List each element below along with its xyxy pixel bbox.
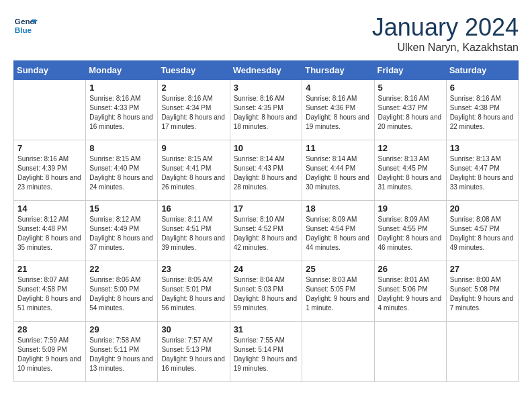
calendar-cell: 30Sunrise: 7:57 AM Sunset: 5:13 PM Dayli… xyxy=(158,322,230,382)
day-info: Sunrise: 8:03 AM Sunset: 5:05 PM Dayligh… xyxy=(306,275,370,313)
day-info: Sunrise: 8:15 AM Sunset: 4:40 PM Dayligh… xyxy=(89,154,154,192)
day-info: Sunrise: 8:00 AM Sunset: 5:08 PM Dayligh… xyxy=(450,275,515,313)
day-number: 13 xyxy=(450,143,515,153)
calendar-table: Sunday Monday Tuesday Wednesday Thursday… xyxy=(13,60,519,382)
logo: General Blue xyxy=(13,13,38,38)
calendar-cell: 24Sunrise: 8:04 AM Sunset: 5:03 PM Dayli… xyxy=(230,261,302,322)
calendar-cell: 31Sunrise: 7:55 AM Sunset: 5:14 PM Dayli… xyxy=(230,322,302,382)
day-info: Sunrise: 7:57 AM Sunset: 5:13 PM Dayligh… xyxy=(161,336,226,373)
logo-icon: General Blue xyxy=(13,13,38,38)
day-info: Sunrise: 7:58 AM Sunset: 5:11 PM Dayligh… xyxy=(89,336,154,373)
calendar-cell: 17Sunrise: 8:10 AM Sunset: 4:52 PM Dayli… xyxy=(230,201,302,261)
day-info: Sunrise: 8:14 AM Sunset: 4:43 PM Dayligh… xyxy=(234,154,299,192)
day-info: Sunrise: 7:55 AM Sunset: 5:14 PM Dayligh… xyxy=(234,336,299,373)
col-wednesday: Wednesday xyxy=(230,61,302,80)
calendar-cell: 2Sunrise: 8:16 AM Sunset: 4:34 PM Daylig… xyxy=(158,80,230,140)
calendar-cell: 26Sunrise: 8:01 AM Sunset: 5:06 PM Dayli… xyxy=(374,261,446,322)
day-info: Sunrise: 8:12 AM Sunset: 4:48 PM Dayligh… xyxy=(17,215,82,253)
day-number: 5 xyxy=(378,83,443,93)
day-number: 20 xyxy=(450,203,515,214)
day-info: Sunrise: 8:01 AM Sunset: 5:06 PM Dayligh… xyxy=(378,275,443,313)
calendar-cell: 22Sunrise: 8:06 AM Sunset: 5:00 PM Dayli… xyxy=(86,261,158,322)
day-number: 6 xyxy=(450,83,515,93)
day-number: 3 xyxy=(234,83,299,93)
day-number: 11 xyxy=(306,143,370,153)
calendar-week-row: 14Sunrise: 8:12 AM Sunset: 4:48 PM Dayli… xyxy=(14,201,519,261)
day-info: Sunrise: 8:15 AM Sunset: 4:41 PM Dayligh… xyxy=(161,154,226,192)
calendar-cell: 27Sunrise: 8:00 AM Sunset: 5:08 PM Dayli… xyxy=(446,261,518,322)
calendar-week-row: 28Sunrise: 7:59 AM Sunset: 5:09 PM Dayli… xyxy=(14,322,519,382)
calendar-cell: 7Sunrise: 8:16 AM Sunset: 4:39 PM Daylig… xyxy=(14,140,86,201)
day-number: 28 xyxy=(17,324,82,334)
day-number: 31 xyxy=(234,324,299,334)
day-info: Sunrise: 8:06 AM Sunset: 5:00 PM Dayligh… xyxy=(89,275,154,313)
calendar-cell: 21Sunrise: 8:07 AM Sunset: 4:58 PM Dayli… xyxy=(14,261,86,322)
day-info: Sunrise: 8:10 AM Sunset: 4:52 PM Dayligh… xyxy=(234,215,299,253)
calendar-cell xyxy=(14,80,86,140)
calendar-cell: 16Sunrise: 8:11 AM Sunset: 4:51 PM Dayli… xyxy=(158,201,230,261)
day-number: 18 xyxy=(306,203,370,214)
calendar-cell: 20Sunrise: 8:08 AM Sunset: 4:57 PM Dayli… xyxy=(446,201,518,261)
day-number: 12 xyxy=(378,143,443,153)
day-number: 9 xyxy=(161,143,226,153)
calendar-cell: 25Sunrise: 8:03 AM Sunset: 5:05 PM Dayli… xyxy=(302,261,374,322)
day-number: 29 xyxy=(89,324,154,334)
calendar-cell: 5Sunrise: 8:16 AM Sunset: 4:37 PM Daylig… xyxy=(374,80,446,140)
day-info: Sunrise: 8:11 AM Sunset: 4:51 PM Dayligh… xyxy=(161,215,226,253)
day-info: Sunrise: 8:07 AM Sunset: 4:58 PM Dayligh… xyxy=(17,275,82,313)
calendar-cell: 9Sunrise: 8:15 AM Sunset: 4:41 PM Daylig… xyxy=(158,140,230,201)
location-subtitle: Ulken Naryn, Kazakhstan xyxy=(372,42,519,54)
day-info: Sunrise: 8:16 AM Sunset: 4:36 PM Dayligh… xyxy=(306,94,370,132)
day-info: Sunrise: 7:59 AM Sunset: 5:09 PM Dayligh… xyxy=(17,336,82,373)
page-header: General Blue January 2024 Ulken Naryn, K… xyxy=(13,13,519,54)
col-thursday: Thursday xyxy=(302,61,374,80)
day-info: Sunrise: 8:12 AM Sunset: 4:49 PM Dayligh… xyxy=(89,215,154,253)
calendar-cell: 19Sunrise: 8:09 AM Sunset: 4:55 PM Dayli… xyxy=(374,201,446,261)
day-info: Sunrise: 8:09 AM Sunset: 4:54 PM Dayligh… xyxy=(306,215,370,253)
calendar-cell xyxy=(302,322,374,382)
day-number: 21 xyxy=(17,264,82,274)
calendar-cell: 1Sunrise: 8:16 AM Sunset: 4:33 PM Daylig… xyxy=(86,80,158,140)
day-number: 15 xyxy=(89,203,154,214)
calendar-cell: 10Sunrise: 8:14 AM Sunset: 4:43 PM Dayli… xyxy=(230,140,302,201)
calendar-cell: 15Sunrise: 8:12 AM Sunset: 4:49 PM Dayli… xyxy=(86,201,158,261)
calendar-cell: 23Sunrise: 8:05 AM Sunset: 5:01 PM Dayli… xyxy=(158,261,230,322)
day-number: 17 xyxy=(234,203,299,214)
calendar-header-row: Sunday Monday Tuesday Wednesday Thursday… xyxy=(14,61,519,80)
day-number: 23 xyxy=(161,264,226,274)
day-info: Sunrise: 8:16 AM Sunset: 4:34 PM Dayligh… xyxy=(161,94,226,132)
calendar-cell xyxy=(374,322,446,382)
calendar-cell: 4Sunrise: 8:16 AM Sunset: 4:36 PM Daylig… xyxy=(302,80,374,140)
calendar-cell: 6Sunrise: 8:16 AM Sunset: 4:38 PM Daylig… xyxy=(446,80,518,140)
calendar-cell: 14Sunrise: 8:12 AM Sunset: 4:48 PM Dayli… xyxy=(14,201,86,261)
day-info: Sunrise: 8:14 AM Sunset: 4:44 PM Dayligh… xyxy=(306,154,370,192)
col-saturday: Saturday xyxy=(446,61,518,80)
calendar-cell xyxy=(446,322,518,382)
day-number: 25 xyxy=(306,264,370,274)
day-number: 14 xyxy=(17,203,82,214)
day-number: 8 xyxy=(89,143,154,153)
day-number: 19 xyxy=(378,203,443,214)
day-info: Sunrise: 8:08 AM Sunset: 4:57 PM Dayligh… xyxy=(450,215,515,253)
col-friday: Friday xyxy=(374,61,446,80)
month-title: January 2024 xyxy=(372,13,519,42)
day-number: 30 xyxy=(161,324,226,334)
calendar-week-row: 7Sunrise: 8:16 AM Sunset: 4:39 PM Daylig… xyxy=(14,140,519,201)
day-number: 7 xyxy=(17,143,82,153)
title-block: January 2024 Ulken Naryn, Kazakhstan xyxy=(372,13,519,54)
day-number: 22 xyxy=(89,264,154,274)
day-info: Sunrise: 8:16 AM Sunset: 4:33 PM Dayligh… xyxy=(89,94,154,132)
day-info: Sunrise: 8:16 AM Sunset: 4:39 PM Dayligh… xyxy=(17,154,82,192)
day-number: 24 xyxy=(234,264,299,274)
calendar-week-row: 1Sunrise: 8:16 AM Sunset: 4:33 PM Daylig… xyxy=(14,80,519,140)
svg-text:Blue: Blue xyxy=(15,26,32,34)
calendar-cell: 28Sunrise: 7:59 AM Sunset: 5:09 PM Dayli… xyxy=(14,322,86,382)
calendar-cell: 12Sunrise: 8:13 AM Sunset: 4:45 PM Dayli… xyxy=(374,140,446,201)
calendar-cell: 29Sunrise: 7:58 AM Sunset: 5:11 PM Dayli… xyxy=(86,322,158,382)
day-number: 1 xyxy=(89,83,154,93)
col-monday: Monday xyxy=(86,61,158,80)
day-info: Sunrise: 8:16 AM Sunset: 4:38 PM Dayligh… xyxy=(450,94,515,132)
day-info: Sunrise: 8:16 AM Sunset: 4:35 PM Dayligh… xyxy=(234,94,299,132)
day-number: 27 xyxy=(450,264,515,274)
day-number: 2 xyxy=(161,83,226,93)
